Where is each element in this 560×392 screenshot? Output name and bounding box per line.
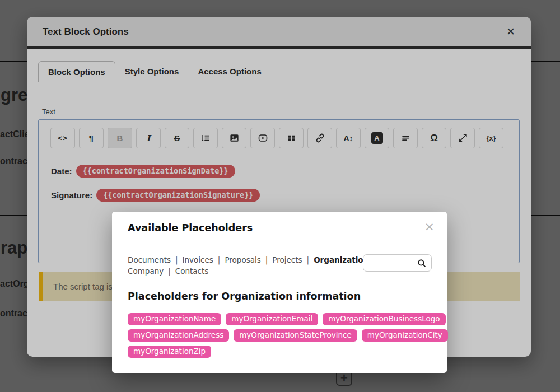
category-tab-projects[interactable]: Projects: [272, 255, 302, 264]
close-icon[interactable]: ×: [424, 221, 435, 233]
placeholders-controls: Documents|Invoices|Proposals|Projects|Or…: [128, 254, 432, 277]
category-separator: |: [168, 267, 171, 276]
badge-row: myOrganizationZip: [128, 346, 436, 358]
placeholder-badge-myorganizationbusinesslogo[interactable]: myOrganizationBusinessLogo: [323, 313, 445, 325]
placeholder-badge-myorganizationname[interactable]: myOrganizationName: [128, 313, 221, 325]
placeholder-badge-myorganizationstateprovince[interactable]: myOrganizationStateProvince: [234, 329, 357, 342]
category-separator: |: [265, 255, 268, 264]
category-tab-documents[interactable]: Documents: [128, 255, 171, 264]
category-tab-contacts[interactable]: Contacts: [175, 267, 209, 276]
category-tabs: Documents|Invoices|Proposals|Projects|Or…: [128, 254, 356, 277]
placeholder-badge-myorganizationcity[interactable]: myOrganizationCity: [362, 329, 448, 342]
category-separator: |: [175, 255, 178, 264]
placeholders-title: Available Placeholders: [128, 222, 253, 234]
category-separator: |: [218, 255, 221, 264]
placeholder-badge-myorganizationzip[interactable]: myOrganizationZip: [128, 346, 211, 358]
category-tab-organization[interactable]: Organization: [314, 255, 368, 264]
category-tab-company[interactable]: Company: [128, 267, 164, 276]
search-input[interactable]: [368, 255, 422, 272]
placeholders-header: Available Placeholders ×: [112, 212, 447, 245]
badge-row: myOrganizationAddressmyOrganizationState…: [128, 329, 436, 342]
search-icon: [417, 258, 427, 268]
placeholder-badges: myOrganizationNamemyOrganizationEmailmyO…: [128, 313, 436, 362]
available-placeholders-modal: Available Placeholders × Documents|Invoi…: [112, 212, 447, 373]
search-box: [363, 254, 432, 272]
badge-row: myOrganizationNamemyOrganizationEmailmyO…: [128, 313, 436, 325]
placeholder-badge-myorganizationaddress[interactable]: myOrganizationAddress: [128, 329, 229, 342]
placeholder-badge-myorganizationemail[interactable]: myOrganizationEmail: [226, 313, 318, 325]
category-tab-invoices[interactable]: Invoices: [183, 255, 213, 264]
category-separator: |: [307, 255, 310, 264]
section-heading: Placeholders for Organization informatio…: [128, 291, 361, 302]
category-tab-proposals[interactable]: Proposals: [225, 255, 260, 264]
